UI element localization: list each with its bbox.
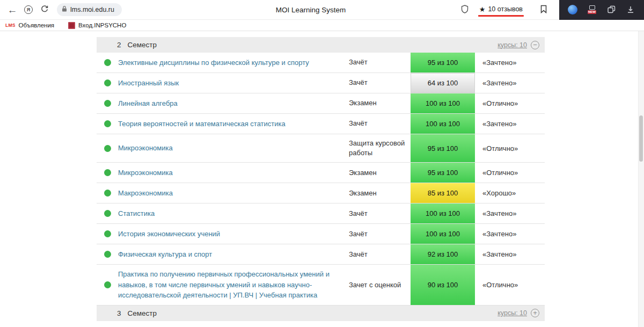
courses-count-link[interactable]: курсы: 10 [497, 309, 527, 317]
grade-text: «Хорошо» [475, 183, 545, 203]
reviews-label: 10 отзывов [488, 5, 523, 13]
status-dot-icon [104, 281, 111, 288]
grade-text: «Отлично» [475, 93, 545, 113]
assessment-type: Зачёт [349, 244, 411, 264]
bookmark-inpsycho[interactable]: Вход.INPSYCHO [68, 22, 126, 29]
course-name-link[interactable]: Макроэкономика [118, 188, 173, 199]
status-dot-icon [104, 59, 111, 66]
assessment-type: Экзамен [349, 183, 411, 203]
course-row: Теория вероятностей и математическая ста… [97, 114, 545, 134]
refresh-button[interactable] [36, 2, 53, 18]
courses-count-link[interactable]: курсы: 10 [497, 41, 527, 49]
score-badge: 64 из 100 [411, 73, 475, 93]
bookmark-announcements[interactable]: LMS Объявления [5, 22, 54, 28]
course-name-link[interactable]: История экономических учений [118, 229, 220, 239]
course-row: Микроэкономика Защита курсовой работы 95… [97, 134, 545, 163]
url-text: lms.moi.edu.ru [70, 6, 114, 13]
toolbar-right-controls: ★ 10 отзывов NEW [457, 0, 644, 19]
assessment-type: Зачёт [349, 204, 411, 223]
course-name-link[interactable]: Теория вероятностей и математическая ста… [118, 119, 286, 129]
semester-label: Семестр [128, 309, 157, 317]
bookmark-flag-icon [540, 5, 547, 15]
grade-text: «Зачтено» [475, 224, 545, 244]
course-name-link[interactable]: Статистика [118, 208, 155, 219]
score-badge: 95 из 100 [411, 134, 475, 162]
score-badge: 100 из 100 [411, 93, 475, 113]
back-button[interactable]: ← [4, 2, 20, 18]
grades-table: 2 Семестр курсы: 10 − Элективные дисципл… [97, 31, 545, 321]
course-name-link[interactable]: Физическая культура и спорт [118, 249, 212, 260]
download-icon[interactable] [625, 4, 636, 15]
browser-toolbar: ← Я lms.moi.edu.ru MOI Learning System ★… [0, 0, 644, 20]
refresh-icon [40, 5, 49, 15]
address-bar[interactable]: lms.moi.edu.ru [57, 3, 122, 16]
course-name-link[interactable]: Микроэкономика [118, 143, 173, 154]
score-badge: 95 из 100 [411, 163, 475, 183]
status-dot-icon [104, 190, 111, 197]
course-row: Микроэкономика Экзамен 95 из 100 «Отличн… [97, 163, 545, 183]
reviews-widget[interactable]: ★ 10 отзывов [478, 4, 524, 16]
status-dot-icon [104, 169, 111, 176]
status-dot-icon [104, 230, 111, 237]
grade-text: «Зачтено» [475, 244, 545, 264]
star-icon: ★ [479, 5, 486, 13]
status-dot-icon [104, 145, 111, 152]
assessment-type: Зачёт [349, 53, 411, 72]
browser-logo-icon[interactable] [567, 4, 578, 15]
protect-shield-icon [461, 5, 469, 15]
course-name-link[interactable]: Элективные дисциплины по физической куль… [118, 57, 309, 68]
status-dot-icon [104, 251, 111, 258]
score-badge: 100 из 100 [411, 204, 475, 223]
course-row: История экономических учений Зачёт 100 и… [97, 224, 545, 244]
score-badge: 100 из 100 [411, 224, 475, 244]
grade-text: «Зачтено» [475, 114, 545, 134]
score-badge: 90 из 100 [411, 265, 475, 305]
score-badge: 95 из 100 [411, 53, 475, 72]
grade-text: «Отлично» [475, 134, 545, 162]
extensions-strip: NEW [559, 0, 644, 20]
collections-icon[interactable] [606, 4, 617, 15]
grade-text: «Отлично» [475, 265, 545, 305]
status-dot-icon [104, 120, 111, 127]
course-row: Линейная алгебра Экзамен 100 из 100 «Отл… [97, 93, 545, 114]
scrollbar[interactable] [638, 31, 644, 327]
extension-glyph-icon [589, 5, 595, 10]
assessment-type: Зачёт [349, 73, 411, 93]
semester-number: 3 [117, 309, 121, 317]
course-row: Статистика Зачёт 100 из 100 «Зачтено» [97, 204, 545, 224]
assessment-type: Зачёт [349, 114, 411, 134]
bookmarks-bar: LMS Объявления Вход.INPSYCHO [0, 20, 644, 31]
page-body: 2 Семестр курсы: 10 − Элективные дисципл… [0, 31, 644, 327]
lock-icon [62, 5, 67, 14]
collapse-semester-icon[interactable]: − [531, 41, 539, 49]
bookmark-flag-button[interactable] [536, 2, 552, 18]
scrollbar-thumb[interactable] [639, 115, 643, 162]
assessment-type: Защита курсовой работы [349, 134, 411, 162]
assessment-type: Экзамен [349, 93, 411, 113]
grade-text: «Отлично» [475, 163, 545, 183]
semester-label: Семестр [128, 41, 157, 49]
assessment-type: Зачёт [349, 224, 411, 244]
inpsycho-favicon [68, 22, 75, 29]
course-name-link[interactable]: Микроэкономика [118, 168, 173, 178]
course-row: Макроэкономика Экзамен 85 из 100 «Хорошо… [97, 183, 545, 204]
status-dot-icon [104, 79, 111, 86]
bookmark-label: Вход.INPSYCHO [78, 22, 126, 28]
grade-text: «Зачтено» [475, 53, 545, 72]
reviews-underline-mark [478, 15, 524, 17]
semester-header: 3 Семестр курсы: 10 + [97, 306, 545, 321]
score-badge: 92 из 100 [411, 244, 475, 264]
status-dot-icon [104, 210, 111, 217]
course-row: Практика по получению первичных професси… [97, 265, 545, 306]
score-badge: 85 из 100 [411, 183, 475, 203]
yandex-home-button[interactable]: Я [20, 2, 36, 18]
course-name-link[interactable]: Практика по получению первичных професси… [118, 269, 337, 301]
course-name-link[interactable]: Линейная алгебра [118, 98, 178, 109]
score-badge: 100 из 100 [411, 114, 475, 134]
assessment-type: Экзамен [349, 163, 411, 183]
protect-button[interactable] [457, 2, 473, 18]
expand-semester-icon[interactable]: + [531, 309, 539, 317]
extension-new-icon[interactable]: NEW [587, 4, 597, 15]
semester-header: 2 Семестр курсы: 10 − [97, 37, 545, 53]
course-name-link[interactable]: Иностранный язык [118, 78, 179, 89]
